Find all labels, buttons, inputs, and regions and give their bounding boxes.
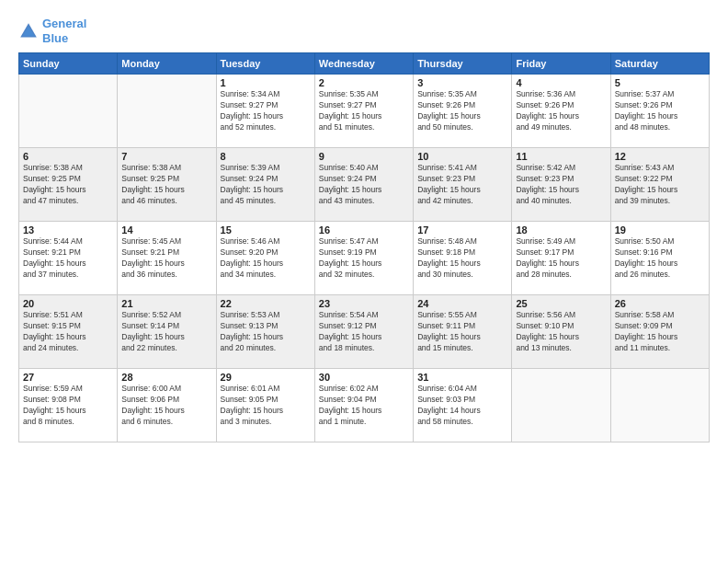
calendar-day-cell: 17Sunrise: 5:48 AM Sunset: 9:18 PM Dayli…	[414, 222, 512, 295]
calendar-week-row: 20Sunrise: 5:51 AM Sunset: 9:15 PM Dayli…	[19, 295, 710, 369]
weekday-header-wednesday: Wednesday	[314, 53, 413, 75]
day-info: Sunrise: 6:02 AM Sunset: 9:04 PM Dayligh…	[319, 384, 409, 428]
day-number: 6	[23, 151, 113, 162]
weekday-header-thursday: Thursday	[414, 53, 512, 75]
day-number: 23	[319, 298, 409, 309]
day-number: 31	[417, 372, 507, 383]
day-info: Sunrise: 5:46 AM Sunset: 9:20 PM Dayligh…	[221, 236, 311, 281]
day-info: Sunrise: 5:52 AM Sunset: 9:14 PM Dayligh…	[121, 310, 211, 354]
day-number: 8	[221, 151, 311, 162]
calendar-day-cell: 21Sunrise: 5:52 AM Sunset: 9:14 PM Dayli…	[118, 295, 216, 369]
calendar-empty-cell	[610, 369, 709, 442]
day-number: 26	[615, 298, 705, 309]
day-info: Sunrise: 5:38 AM Sunset: 9:25 PM Dayligh…	[23, 163, 113, 207]
day-number: 20	[23, 298, 113, 309]
day-info: Sunrise: 5:59 AM Sunset: 9:08 PM Dayligh…	[23, 384, 113, 428]
calendar-day-cell: 22Sunrise: 5:53 AM Sunset: 9:13 PM Dayli…	[216, 295, 314, 369]
day-number: 19	[615, 224, 705, 236]
calendar-day-cell: 16Sunrise: 5:47 AM Sunset: 9:19 PM Dayli…	[314, 222, 413, 295]
calendar-week-row: 6Sunrise: 5:38 AM Sunset: 9:25 PM Daylig…	[19, 148, 710, 222]
calendar-day-cell: 25Sunrise: 5:56 AM Sunset: 9:10 PM Dayli…	[512, 295, 610, 369]
day-number: 29	[221, 372, 311, 383]
calendar-day-cell: 24Sunrise: 5:55 AM Sunset: 9:11 PM Dayli…	[414, 295, 512, 369]
calendar-day-cell: 30Sunrise: 6:02 AM Sunset: 9:04 PM Dayli…	[314, 369, 413, 442]
header: General Blue	[18, 17, 710, 45]
day-number: 7	[121, 151, 211, 162]
day-number: 5	[615, 77, 705, 88]
calendar-day-cell: 3Sunrise: 5:35 AM Sunset: 9:26 PM Daylig…	[414, 75, 512, 148]
calendar-day-cell: 14Sunrise: 5:45 AM Sunset: 9:21 PM Dayli…	[118, 222, 216, 295]
weekday-header-sunday: Sunday	[19, 53, 118, 75]
day-number: 22	[221, 298, 311, 309]
calendar-day-cell: 29Sunrise: 6:01 AM Sunset: 9:05 PM Dayli…	[216, 369, 314, 442]
calendar-day-cell: 31Sunrise: 6:04 AM Sunset: 9:03 PM Dayli…	[414, 369, 512, 442]
calendar-day-cell: 18Sunrise: 5:49 AM Sunset: 9:17 PM Dayli…	[512, 222, 610, 295]
day-number: 30	[319, 372, 409, 383]
calendar-day-cell: 6Sunrise: 5:38 AM Sunset: 9:25 PM Daylig…	[19, 148, 118, 222]
day-number: 15	[221, 224, 311, 236]
day-info: Sunrise: 5:42 AM Sunset: 9:23 PM Dayligh…	[516, 163, 606, 207]
day-number: 11	[516, 151, 606, 162]
day-info: Sunrise: 5:55 AM Sunset: 9:11 PM Dayligh…	[417, 310, 507, 354]
calendar-day-cell: 15Sunrise: 5:46 AM Sunset: 9:20 PM Dayli…	[216, 222, 314, 295]
day-number: 17	[417, 224, 507, 236]
day-info: Sunrise: 5:58 AM Sunset: 9:09 PM Dayligh…	[615, 310, 705, 354]
calendar-day-cell: 19Sunrise: 5:50 AM Sunset: 9:16 PM Dayli…	[610, 222, 709, 295]
weekday-header-tuesday: Tuesday	[216, 53, 314, 75]
calendar-day-cell: 1Sunrise: 5:34 AM Sunset: 9:27 PM Daylig…	[216, 75, 314, 148]
day-number: 4	[516, 77, 606, 88]
day-info: Sunrise: 6:01 AM Sunset: 9:05 PM Dayligh…	[221, 384, 311, 428]
day-info: Sunrise: 5:38 AM Sunset: 9:25 PM Dayligh…	[121, 163, 211, 207]
calendar-day-cell: 2Sunrise: 5:35 AM Sunset: 9:27 PM Daylig…	[314, 75, 413, 148]
day-info: Sunrise: 5:41 AM Sunset: 9:23 PM Dayligh…	[417, 163, 507, 207]
weekday-header-saturday: Saturday	[610, 53, 709, 75]
calendar-day-cell: 4Sunrise: 5:36 AM Sunset: 9:26 PM Daylig…	[512, 75, 610, 148]
day-info: Sunrise: 5:47 AM Sunset: 9:19 PM Dayligh…	[319, 236, 409, 281]
day-number: 24	[417, 298, 507, 309]
day-info: Sunrise: 5:43 AM Sunset: 9:22 PM Dayligh…	[615, 163, 705, 207]
day-info: Sunrise: 5:54 AM Sunset: 9:12 PM Dayligh…	[319, 310, 409, 354]
page: General Blue SundayMondayTuesdayWednesda…	[0, 0, 728, 563]
day-info: Sunrise: 5:44 AM Sunset: 9:21 PM Dayligh…	[23, 236, 113, 281]
weekday-header-monday: Monday	[118, 53, 216, 75]
day-info: Sunrise: 5:39 AM Sunset: 9:24 PM Dayligh…	[221, 163, 311, 207]
calendar-day-cell: 5Sunrise: 5:37 AM Sunset: 9:26 PM Daylig…	[610, 75, 709, 148]
day-info: Sunrise: 5:34 AM Sunset: 9:27 PM Dayligh…	[221, 89, 311, 133]
calendar-day-cell: 7Sunrise: 5:38 AM Sunset: 9:25 PM Daylig…	[118, 148, 216, 222]
calendar-week-row: 27Sunrise: 5:59 AM Sunset: 9:08 PM Dayli…	[19, 369, 710, 442]
day-info: Sunrise: 5:51 AM Sunset: 9:15 PM Dayligh…	[23, 310, 113, 354]
calendar-day-cell: 28Sunrise: 6:00 AM Sunset: 9:06 PM Dayli…	[118, 369, 216, 442]
weekday-header-row: SundayMondayTuesdayWednesdayThursdayFrid…	[19, 53, 710, 75]
calendar-day-cell: 20Sunrise: 5:51 AM Sunset: 9:15 PM Dayli…	[19, 295, 118, 369]
calendar-day-cell: 10Sunrise: 5:41 AM Sunset: 9:23 PM Dayli…	[414, 148, 512, 222]
day-info: Sunrise: 6:04 AM Sunset: 9:03 PM Dayligh…	[417, 384, 507, 428]
day-info: Sunrise: 5:48 AM Sunset: 9:18 PM Dayligh…	[417, 236, 507, 281]
calendar-day-cell: 9Sunrise: 5:40 AM Sunset: 9:24 PM Daylig…	[314, 148, 413, 222]
calendar-empty-cell	[118, 75, 216, 148]
day-number: 10	[417, 151, 507, 162]
calendar-day-cell: 13Sunrise: 5:44 AM Sunset: 9:21 PM Dayli…	[19, 222, 118, 295]
logo-text: General Blue	[42, 17, 86, 45]
day-number: 13	[23, 224, 113, 236]
calendar-day-cell: 26Sunrise: 5:58 AM Sunset: 9:09 PM Dayli…	[610, 295, 709, 369]
day-info: Sunrise: 5:40 AM Sunset: 9:24 PM Dayligh…	[319, 163, 409, 207]
day-info: Sunrise: 5:50 AM Sunset: 9:16 PM Dayligh…	[615, 236, 705, 281]
calendar-day-cell: 8Sunrise: 5:39 AM Sunset: 9:24 PM Daylig…	[216, 148, 314, 222]
logo: General Blue	[18, 17, 86, 45]
calendar-week-row: 1Sunrise: 5:34 AM Sunset: 9:27 PM Daylig…	[19, 75, 710, 148]
logo-icon	[18, 21, 39, 41]
day-info: Sunrise: 5:49 AM Sunset: 9:17 PM Dayligh…	[516, 236, 606, 281]
calendar-empty-cell	[512, 369, 610, 442]
day-number: 18	[516, 224, 606, 236]
calendar-day-cell: 23Sunrise: 5:54 AM Sunset: 9:12 PM Dayli…	[314, 295, 413, 369]
day-info: Sunrise: 5:45 AM Sunset: 9:21 PM Dayligh…	[121, 236, 211, 281]
day-info: Sunrise: 5:37 AM Sunset: 9:26 PM Dayligh…	[615, 89, 705, 133]
calendar-day-cell: 11Sunrise: 5:42 AM Sunset: 9:23 PM Dayli…	[512, 148, 610, 222]
day-number: 12	[615, 151, 705, 162]
calendar-table: SundayMondayTuesdayWednesdayThursdayFrid…	[18, 52, 710, 442]
day-number: 9	[319, 151, 409, 162]
day-number: 2	[319, 77, 409, 88]
calendar-day-cell: 27Sunrise: 5:59 AM Sunset: 9:08 PM Dayli…	[19, 369, 118, 442]
day-number: 21	[121, 298, 211, 309]
day-info: Sunrise: 5:53 AM Sunset: 9:13 PM Dayligh…	[221, 310, 311, 354]
